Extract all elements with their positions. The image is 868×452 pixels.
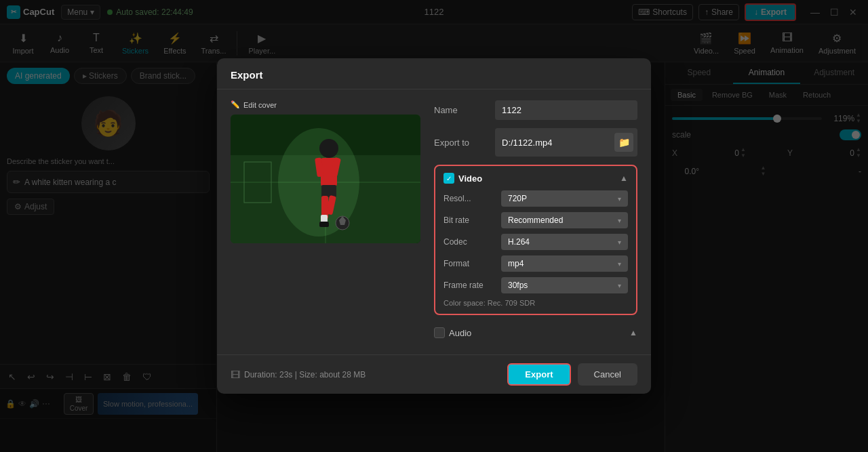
footer-info: 🎞 Duration: 23s | Size: about 28 MB <box>231 369 366 380</box>
bitrate-select[interactable]: Recommended ▾ <box>501 212 628 228</box>
framerate-value: 30fps <box>508 281 528 290</box>
modal-body: Edit cover <box>217 89 651 354</box>
codec-label: Codec <box>443 237 501 247</box>
video-section-header: ✓ Video ▲ <box>443 173 628 184</box>
svg-rect-14 <box>319 222 329 227</box>
video-section: ✓ Video ▲ Resol... 720P ▾ Bit rate <box>434 165 637 315</box>
codec-arrow: ▾ <box>618 239 621 246</box>
footer-buttons: Export Cancel <box>507 363 637 386</box>
cancel-button[interactable]: Cancel <box>578 363 637 386</box>
export-to-label: Export to <box>434 138 495 148</box>
resolution-arrow: ▾ <box>618 195 621 203</box>
audio-collapse-arrow[interactable]: ▲ <box>629 328 637 337</box>
format-value: mp4 <box>508 259 524 268</box>
bitrate-label: Bit rate <box>443 215 501 225</box>
edit-cover-label: Edit cover <box>243 101 277 109</box>
duration-size-text: Duration: 23s | Size: about 28 MB <box>244 370 366 379</box>
resolution-select[interactable]: 720P ▾ <box>501 190 628 207</box>
modal-title: Export <box>231 69 263 81</box>
framerate-row: Frame rate 30fps ▾ <box>443 277 628 293</box>
name-value: 1122 <box>495 100 637 120</box>
modal-footer: 🎞 Duration: 23s | Size: about 28 MB Expo… <box>217 354 651 394</box>
format-select[interactable]: mp4 ▾ <box>501 255 628 272</box>
edit-cover-button[interactable]: Edit cover <box>231 100 420 109</box>
modal-settings: Name 1122 Export to D:/1122.mp4 📁 <box>434 100 637 344</box>
export-button[interactable]: Export <box>507 363 570 386</box>
audio-checkbox[interactable] <box>434 327 445 338</box>
modal-overlay: Export Edit cover <box>0 0 868 452</box>
modal-preview: Edit cover <box>231 100 420 344</box>
codec-select[interactable]: H.264 ▾ <box>501 234 628 250</box>
export-to-row: Export to D:/1122.mp4 📁 <box>434 128 637 157</box>
export-modal: Export Edit cover <box>217 58 651 394</box>
svg-rect-10 <box>321 185 336 197</box>
modal-header: Export <box>217 58 651 89</box>
format-label: Format <box>443 259 501 268</box>
codec-row: Codec H.264 ▾ <box>443 234 628 250</box>
framerate-label: Frame rate <box>443 281 501 290</box>
bitrate-value: Recommended <box>508 215 563 225</box>
export-to-value: D:/1122.mp4 📁 <box>495 128 637 157</box>
video-collapse-arrow[interactable]: ▲ <box>620 173 628 183</box>
resolution-row: Resol... 720P ▾ <box>443 190 628 207</box>
name-row: Name 1122 <box>434 100 637 120</box>
folder-button[interactable]: 📁 <box>614 133 633 152</box>
format-row: Format mp4 ▾ <box>443 255 628 272</box>
preview-image <box>231 115 420 243</box>
audio-section: Audio ▲ <box>434 322 637 344</box>
name-label: Name <box>434 105 495 115</box>
codec-value: H.264 <box>508 237 530 247</box>
audio-title: Audio <box>449 328 471 338</box>
color-space: Color space: Rec. 709 SDR <box>443 299 628 307</box>
audio-section-header: Audio ▲ <box>434 327 637 338</box>
video-title: Video <box>458 173 482 184</box>
bitrate-arrow: ▾ <box>618 217 621 224</box>
video-checkbox[interactable]: ✓ <box>443 173 454 184</box>
preview-cover <box>231 115 420 243</box>
framerate-arrow: ▾ <box>618 282 621 289</box>
resolution-label: Resol... <box>443 194 501 203</box>
bitrate-row: Bit rate Recommended ▾ <box>443 212 628 228</box>
resolution-value: 720P <box>508 194 527 203</box>
film-icon: 🎞 <box>231 369 240 380</box>
format-arrow: ▾ <box>618 260 621 268</box>
framerate-select[interactable]: 30fps ▾ <box>501 277 628 293</box>
svg-point-6 <box>319 139 338 158</box>
